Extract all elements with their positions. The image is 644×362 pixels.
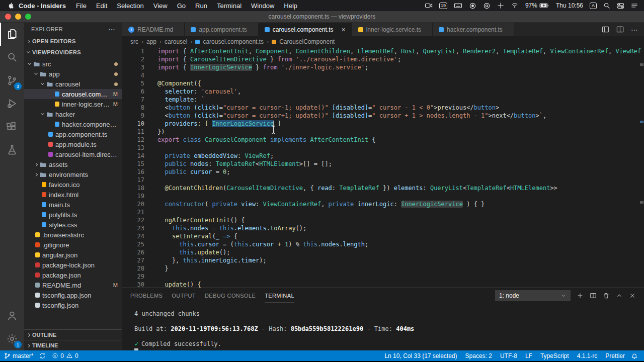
tab-terminal[interactable]: TERMINAL (265, 288, 294, 303)
code-text[interactable]: }) (157, 128, 165, 136)
screen-record-icon[interactable] (469, 2, 476, 10)
zoom-window-button[interactable] (25, 14, 31, 20)
code-text[interactable]: } (157, 264, 169, 273)
more-actions-icon[interactable]: ⋯ (631, 26, 638, 34)
menu-terminal[interactable]: Terminal (217, 2, 242, 10)
app-name[interactable]: Code - Insiders (19, 2, 66, 10)
tree-folder-app[interactable]: app (24, 69, 122, 79)
tree-file-.browserslistrc[interactable]: .browserslistrc (24, 230, 122, 240)
tree-file-main.ts[interactable]: main.ts (24, 200, 122, 210)
code-text[interactable]: private embeddedView: ViewRef; (157, 152, 274, 160)
run-debug-view-icon[interactable] (0, 92, 24, 115)
input-source-icon[interactable]: A (590, 3, 597, 9)
code-text[interactable]: import { InnerLogicService } from './inn… (157, 63, 368, 71)
code-text[interactable]: this.cursor = (this.cursor + 1) % this.n… (157, 240, 368, 248)
breadcrumb-item[interactable]: carousel.component.ts (203, 38, 264, 45)
tree-file-.gitignore[interactable]: .gitignore (24, 240, 122, 250)
close-panel-icon[interactable] (629, 292, 636, 299)
tree-folder-carousel[interactable]: carousel (24, 79, 122, 89)
breadcrumb-item[interactable]: CarouselComponent (279, 38, 335, 45)
code-text[interactable]: public nodes: TemplateRef<HTMLElement>[]… (157, 160, 332, 168)
close-icon[interactable]: × (341, 26, 345, 33)
tree-file-package.json[interactable]: package.json (24, 270, 122, 280)
code-text[interactable]: providers: [ InnerLogicService ] (157, 120, 281, 128)
tab-problems[interactable]: PROBLEMS (130, 288, 163, 303)
tree-file-index.html[interactable]: index.html (24, 190, 122, 200)
tab-carousel.component.ts[interactable]: carousel.component.ts× (259, 23, 352, 36)
code-text[interactable]: @Component({ (157, 79, 201, 87)
tab-inner-logic.service.ts[interactable]: inner-logic.service.ts (352, 23, 433, 36)
menu-edit[interactable]: Edit (96, 2, 107, 10)
tree-file-README.md[interactable]: README.mdM (24, 280, 122, 290)
tree-file-app.component.ts[interactable]: app.component.ts (24, 129, 122, 139)
tree-folder-environments[interactable]: environments (24, 169, 122, 179)
tree-file-inner-logic.service.ts[interactable]: inner-logic.service.tsM (24, 99, 122, 109)
search-view-icon[interactable] (0, 46, 24, 69)
spotlight-search-icon[interactable] (603, 2, 610, 9)
tree-folder-src[interactable]: src (24, 59, 122, 69)
code-text[interactable]: public cursor = 0; (157, 168, 230, 176)
code-text[interactable]: setInterval(_ => { (157, 232, 237, 240)
code-editor[interactable]: 1import { AfterContentInit, Component, C… (122, 47, 644, 288)
status-item[interactable]: LF (525, 352, 532, 359)
explorer-more-actions-icon[interactable]: ⋯ (109, 26, 115, 33)
source-control-view-icon[interactable]: 3 (0, 69, 24, 92)
tab-README.md[interactable]: iREADME.md (122, 23, 185, 36)
split-editor-icon[interactable] (616, 26, 624, 33)
breadcrumb-item[interactable]: app (146, 38, 156, 45)
code-text[interactable]: <button (click)="cursor = cursor-1; upda… (157, 104, 499, 112)
tab-debug-console[interactable]: DEBUG CONSOLE (205, 288, 256, 303)
code-text[interactable]: <button (click)="cursor = cursor+1; upda… (157, 112, 546, 120)
explorer-view-icon[interactable] (0, 23, 24, 46)
code-text[interactable]: import { AfterContentInit, Component, Co… (157, 47, 641, 55)
breadcrumb-item[interactable]: carousel (165, 38, 187, 45)
tree-file-carousel-item.directive.ts[interactable]: carousel-item.directive.ts (24, 149, 122, 159)
new-terminal-icon[interactable] (577, 292, 584, 299)
extensions-view-icon[interactable] (0, 115, 24, 138)
status-item[interactable]: TypeScript (540, 352, 569, 359)
tree-file-carousel.component.ts[interactable]: carousel.component.tsM (24, 89, 122, 99)
tab-output[interactable]: OUTPUT (172, 288, 196, 303)
sync-changes-button[interactable] (39, 352, 46, 359)
notifications-bell-icon[interactable] (631, 352, 638, 359)
notification-list-icon[interactable] (631, 2, 638, 9)
settings-gear-icon[interactable]: 1 (0, 327, 24, 350)
status-item[interactable]: UTF-8 (500, 352, 517, 359)
outline-section[interactable]: OUTLINE (24, 329, 122, 340)
project-root-section[interactable]: VIEWPROVIDERS (24, 47, 122, 58)
menu-run[interactable]: Run (195, 2, 207, 10)
control-center-icon[interactable] (617, 2, 624, 10)
wifi-icon[interactable] (511, 2, 519, 9)
menu-view[interactable]: View (153, 2, 168, 10)
code-text[interactable]: @ContentChildren(CarouselItemDirective, … (157, 184, 557, 192)
tree-file-tsconfig.app.json[interactable]: tsconfig.app.json (24, 290, 122, 300)
video-camera-icon[interactable] (425, 2, 433, 10)
tab-app.component.ts[interactable]: app.component.ts (185, 23, 258, 36)
tree-file-tsconfig.json[interactable]: tsconfig.json (24, 300, 122, 310)
code-text[interactable]: constructor( private view: ViewContainer… (157, 200, 485, 208)
timeline-section[interactable]: TIMELINE (24, 340, 122, 350)
donut-menu-icon[interactable] (483, 2, 491, 10)
code-text[interactable]: selector: 'carousel', (157, 87, 241, 96)
code-text[interactable]: ngAfterContentInit() { (157, 216, 245, 224)
tree-file-package-lock.json[interactable]: package-lock.json (24, 260, 122, 270)
open-editors-section[interactable]: OPEN EDITORS (24, 36, 122, 47)
keyboard-icon[interactable] (454, 2, 462, 10)
accessibility-icon[interactable] (497, 2, 504, 9)
calendar-day-icon[interactable]: 19 (439, 3, 447, 9)
tree-file-favicon.ico[interactable]: favicon.ico (24, 179, 122, 190)
menu-help[interactable]: Help (284, 2, 297, 10)
menu-window[interactable]: Window (251, 2, 274, 10)
tree-file-styles.css[interactable]: styles.css (24, 220, 122, 230)
minimize-window-button[interactable] (15, 14, 21, 20)
tree-file-angular.json[interactable]: angular.json (24, 250, 122, 260)
code-text[interactable]: update() { (157, 281, 201, 288)
accounts-icon[interactable] (0, 304, 24, 327)
menu-file[interactable]: File (76, 2, 87, 10)
layout-icon[interactable] (602, 26, 609, 33)
git-branch-indicator[interactable]: master* (4, 352, 33, 359)
kill-terminal-icon[interactable] (603, 292, 610, 299)
status-item[interactable]: Ln 10, Col 33 (17 selected) (384, 352, 457, 359)
tree-file-hacker.component.ts[interactable]: hacker.component.ts (24, 119, 122, 129)
battery-indicator[interactable]: 97% (525, 2, 549, 9)
